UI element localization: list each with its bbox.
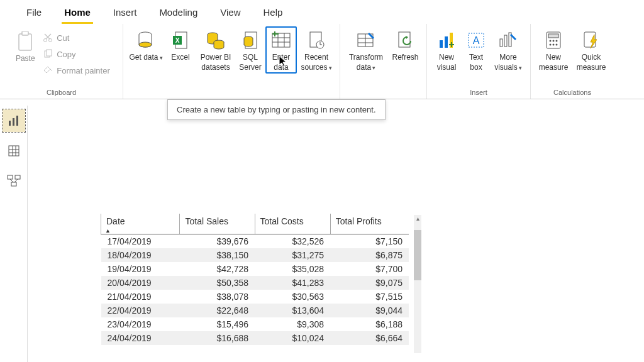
more-visuals-icon xyxy=(498,30,518,50)
col-total-profits[interactable]: Total Profits xyxy=(330,214,409,234)
group-clipboard-label: Clipboard xyxy=(47,89,76,97)
text-box-button[interactable]: A Text box xyxy=(462,26,490,72)
data-view-icon xyxy=(8,145,20,157)
table-cell: $41,283 xyxy=(255,276,330,290)
svg-point-39 xyxy=(556,40,558,42)
col-total-costs[interactable]: Total Costs xyxy=(255,214,330,234)
col-date[interactable]: Date▲ xyxy=(101,214,180,234)
tab-home[interactable]: Home xyxy=(53,0,102,24)
table-cell: $15,496 xyxy=(180,317,255,331)
tab-insert[interactable]: Insert xyxy=(102,0,148,24)
model-view-button[interactable] xyxy=(3,170,25,192)
svg-rect-1 xyxy=(22,31,28,35)
svg-rect-36 xyxy=(548,34,558,38)
format-painter-button[interactable]: Format painter xyxy=(43,63,110,78)
enter-data-button[interactable]: Enter data xyxy=(265,26,297,74)
tab-modeling[interactable]: Modeling xyxy=(148,0,209,24)
transform-data-button[interactable]: Transform data▾ xyxy=(344,26,388,72)
table-cell: $9,075 xyxy=(330,276,409,290)
table-cell: 19/04/2019 xyxy=(101,262,180,276)
table-cell: $38,078 xyxy=(180,290,255,304)
cut-label: Cut xyxy=(57,33,69,43)
table-cell: 24/04/2019 xyxy=(101,331,180,345)
group-queries: Transform data▾ Refresh xyxy=(340,24,427,99)
table-cell: $32,526 xyxy=(255,234,330,249)
refresh-button[interactable]: Refresh xyxy=(388,26,423,63)
table-row[interactable]: 22/04/2019$22,648$13,604$9,044 xyxy=(101,304,409,317)
transform-icon xyxy=(356,30,376,50)
table-cell: $9,308 xyxy=(255,317,330,331)
table-cell: $38,150 xyxy=(180,248,255,262)
menu-tabs: File Home Insert Modeling View Help xyxy=(0,0,644,24)
group-insert: New visual A Text box More visuals▾ Inse… xyxy=(427,24,531,99)
refresh-icon xyxy=(396,30,416,50)
calculator-icon xyxy=(543,30,564,50)
new-measure-button[interactable]: New measure xyxy=(535,26,572,72)
report-view-button[interactable] xyxy=(3,109,25,132)
table-cell: $16,688 xyxy=(180,331,255,345)
table-scrollbar[interactable]: ▴ xyxy=(414,215,421,353)
report-view-icon xyxy=(8,114,20,127)
group-clipboard: Paste Cut Copy Format painter Clipboard xyxy=(0,24,123,99)
svg-rect-5 xyxy=(47,50,52,56)
copy-button[interactable]: Copy xyxy=(43,47,110,62)
table-cell: $6,188 xyxy=(330,317,409,331)
more-visuals-button[interactable]: More visuals▾ xyxy=(490,26,526,72)
quick-measure-button[interactable]: Quick measure xyxy=(572,26,610,72)
table-cell: 22/04/2019 xyxy=(101,304,180,317)
col-total-sales[interactable]: Total Sales xyxy=(180,214,255,234)
table-row[interactable]: 17/04/2019$39,676$32,526$7,150 xyxy=(101,234,409,249)
scroll-up-icon[interactable]: ▴ xyxy=(414,215,421,222)
cut-button[interactable]: Cut xyxy=(43,30,110,45)
model-view-icon xyxy=(7,175,21,187)
svg-point-37 xyxy=(550,40,552,42)
table-cell: $39,676 xyxy=(180,234,255,249)
paste-label: Paste xyxy=(16,54,35,63)
recent-sources-button[interactable]: Recent sources▾ xyxy=(297,26,336,72)
svg-text:X: X xyxy=(175,37,180,44)
table-cell: $9,044 xyxy=(330,304,409,317)
data-view-button[interactable] xyxy=(3,140,25,162)
table-row[interactable]: 23/04/2019$15,496$9,308$6,188 xyxy=(101,317,409,331)
new-visual-button[interactable]: New visual xyxy=(431,26,462,72)
chevron-down-icon: ▾ xyxy=(372,65,375,71)
chevron-down-icon: ▾ xyxy=(160,55,163,61)
table-cell: 23/04/2019 xyxy=(101,317,180,331)
table-cell: $22,648 xyxy=(180,304,255,317)
get-data-button[interactable]: Get data▾ xyxy=(127,26,165,63)
table-cell: 17/04/2019 xyxy=(101,234,180,249)
scroll-thumb[interactable] xyxy=(414,230,421,280)
table-cell: 20/04/2019 xyxy=(101,276,180,290)
table-row[interactable]: 20/04/2019$50,358$41,283$9,075 xyxy=(101,276,409,290)
clipboard-icon xyxy=(16,30,35,53)
view-bar xyxy=(0,106,28,362)
svg-rect-52 xyxy=(8,175,13,179)
sql-server-button[interactable]: SQL Server xyxy=(235,26,265,72)
table-row[interactable]: 18/04/2019$38,150$31,275$6,875 xyxy=(101,248,409,262)
svg-text:A: A xyxy=(473,35,480,46)
svg-rect-45 xyxy=(13,118,14,126)
paste-button[interactable]: Paste xyxy=(10,26,40,63)
copy-label: Copy xyxy=(57,50,75,59)
group-calc-label: Calculations xyxy=(553,89,591,97)
table-row[interactable]: 19/04/2019$42,728$35,028$7,700 xyxy=(101,262,409,276)
svg-rect-44 xyxy=(9,121,11,126)
table-row[interactable]: 24/04/2019$16,688$10,024$6,664 xyxy=(101,331,409,345)
svg-rect-47 xyxy=(9,146,19,156)
tab-view[interactable]: View xyxy=(209,0,252,24)
report-canvas[interactable]: Date▲ Total Sales Total Costs Total Prof… xyxy=(28,106,644,362)
table-row[interactable]: 21/04/2019$38,078$30,563$7,515 xyxy=(101,290,409,304)
table-cell: $42,728 xyxy=(180,262,255,276)
table-cell: $10,024 xyxy=(255,331,330,345)
table-cell: $35,028 xyxy=(255,262,330,276)
svg-rect-46 xyxy=(16,116,18,126)
svg-point-7 xyxy=(139,42,152,47)
excel-button[interactable]: X Excel xyxy=(165,26,196,63)
tab-help[interactable]: Help xyxy=(252,0,294,24)
pbi-datasets-button[interactable]: Power BI datasets xyxy=(196,26,235,72)
table-visual[interactable]: Date▲ Total Sales Total Costs Total Prof… xyxy=(101,214,409,345)
svg-rect-28 xyxy=(445,36,448,48)
sort-asc-icon: ▲ xyxy=(105,228,111,234)
tab-file[interactable]: File xyxy=(15,0,53,24)
enter-data-icon xyxy=(271,30,291,50)
